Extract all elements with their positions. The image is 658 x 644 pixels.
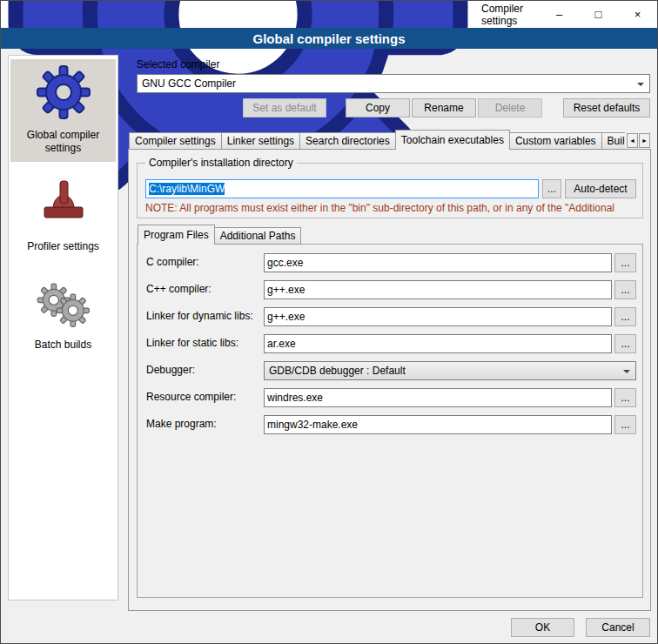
sidebar-item-profiler-settings[interactable]: Profiler settings xyxy=(10,171,116,260)
tab-program-files[interactable]: Program Files xyxy=(138,225,215,245)
gray-gears-icon xyxy=(36,274,91,330)
debugger-label: Debugger: xyxy=(146,364,195,376)
dynamic-linker-browse-button[interactable]: ... xyxy=(614,307,636,326)
reset-defaults-button[interactable]: Reset defaults xyxy=(563,98,650,117)
set-default-button: Set as default xyxy=(243,98,326,117)
ok-button[interactable]: OK xyxy=(511,618,574,637)
install-dir-value: C:\raylib\MinGW xyxy=(149,183,225,195)
c-compiler-browse-button[interactable]: ... xyxy=(614,253,636,272)
tab-additional-paths[interactable]: Additional Paths xyxy=(214,227,302,245)
window-controls: – □ × xyxy=(540,1,657,28)
delete-button: Delete xyxy=(478,98,542,117)
banner: Global compiler settings xyxy=(1,28,657,49)
profiler-tool-icon xyxy=(36,176,91,231)
sidebar: Global compiler settings Profiler settin… xyxy=(8,55,118,600)
program-tab-strip: Program Files Additional Paths xyxy=(138,225,300,245)
c-compiler-label: C compiler: xyxy=(146,256,199,268)
compiler-select-value: GNU GCC Compiler xyxy=(142,77,236,90)
dynamic-linker-label: Linker for dynamic libs: xyxy=(146,310,253,322)
sidebar-item-label: Batch builds xyxy=(35,339,91,352)
install-dir-input[interactable]: C:\raylib\MinGW xyxy=(145,179,539,198)
debugger-select-value: GDB/CDB debugger : Default xyxy=(269,365,406,377)
cpp-compiler-browse-button[interactable]: ... xyxy=(614,280,636,299)
tab-custom-variables[interactable]: Custom variables xyxy=(509,132,602,150)
chevron-down-icon xyxy=(637,83,644,90)
cpp-compiler-input[interactable] xyxy=(264,280,612,299)
tab-toolchain-executables[interactable]: Toolchain executables xyxy=(395,130,510,150)
selected-compiler-label: Selected compiler xyxy=(137,58,219,70)
resource-compiler-browse-button[interactable]: ... xyxy=(614,388,636,407)
tab-scroll-right-button[interactable]: ► xyxy=(639,133,650,148)
static-linker-browse-button[interactable]: ... xyxy=(614,334,636,353)
dynamic-linker-input[interactable] xyxy=(264,307,612,326)
tab-search-directories[interactable]: Search directories xyxy=(299,132,396,150)
install-dir-group-title: Compiler's installation directory xyxy=(145,157,297,169)
resource-compiler-label: Resource compiler: xyxy=(146,391,236,403)
sidebar-item-batch-builds[interactable]: Batch builds xyxy=(10,269,116,359)
install-dir-note: NOTE: All programs must exist either in … xyxy=(145,202,640,214)
cancel-button[interactable]: Cancel xyxy=(586,618,650,637)
rename-button[interactable]: Rename xyxy=(412,98,476,117)
tab-compiler-settings[interactable]: Compiler settings xyxy=(129,132,222,150)
install-dir-browse-button[interactable]: ... xyxy=(542,179,561,198)
maximize-icon[interactable]: □ xyxy=(579,1,618,28)
tab-build-options-truncated[interactable]: Buil xyxy=(601,132,625,150)
minimize-icon[interactable]: – xyxy=(540,1,579,28)
copy-button[interactable]: Copy xyxy=(346,98,410,117)
blue-gear-icon xyxy=(36,64,91,120)
debugger-select[interactable]: GDB/CDB debugger : Default xyxy=(264,361,636,380)
auto-detect-button[interactable]: Auto-detect xyxy=(565,179,636,198)
tab-scroll-left-button[interactable]: ◄ xyxy=(627,133,638,148)
c-compiler-input[interactable] xyxy=(264,253,612,272)
make-program-input[interactable] xyxy=(264,415,612,434)
close-icon[interactable]: × xyxy=(618,1,657,28)
cpp-compiler-label: C++ compiler: xyxy=(146,283,212,295)
tab-strip: Compiler settings Linker settings Search… xyxy=(129,130,625,150)
sidebar-item-global-compiler-settings[interactable]: Global compiler settings xyxy=(10,59,116,162)
title-bar[interactable]: Compiler settings – □ × xyxy=(1,1,657,28)
chevron-down-icon xyxy=(623,370,630,377)
compiler-settings-window: Compiler settings – □ × Global compiler … xyxy=(0,0,658,644)
resource-compiler-input[interactable] xyxy=(264,388,612,407)
compiler-select[interactable]: GNU GCC Compiler xyxy=(137,74,650,93)
static-linker-input[interactable] xyxy=(264,334,612,353)
tab-linker-settings[interactable]: Linker settings xyxy=(221,132,300,150)
sidebar-item-label: Profiler settings xyxy=(27,240,99,253)
window-title: Compiler settings xyxy=(481,3,540,27)
make-program-browse-button[interactable]: ... xyxy=(614,415,636,434)
sidebar-item-label: Global compiler settings xyxy=(12,129,114,155)
static-linker-label: Linker for static libs: xyxy=(146,337,238,349)
make-program-label: Make program: xyxy=(146,418,217,430)
